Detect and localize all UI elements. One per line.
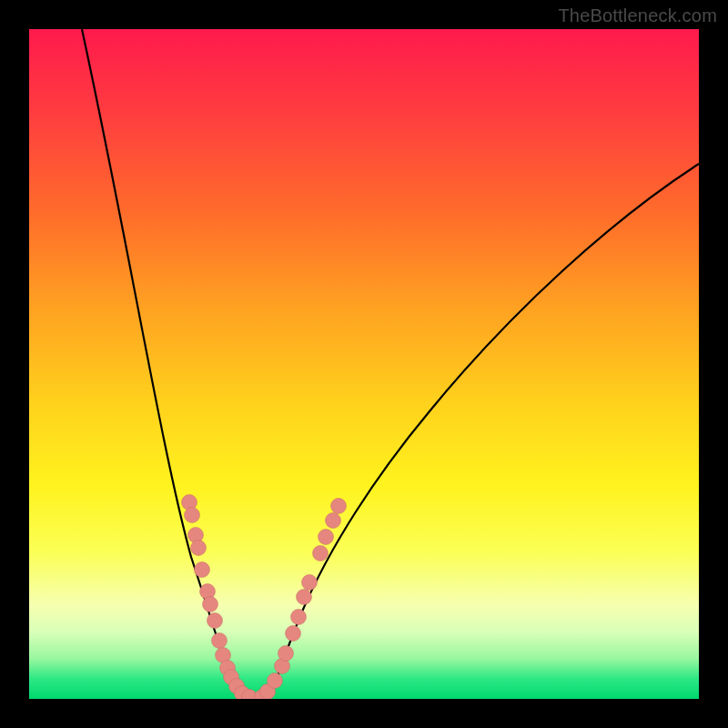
data-dot	[326, 513, 341, 529]
data-dot	[278, 646, 294, 662]
dots-left-group	[182, 495, 258, 700]
data-dot	[268, 673, 283, 689]
data-dot	[207, 613, 223, 629]
data-dot	[203, 597, 218, 612]
data-dot	[286, 626, 301, 642]
dots-right-group	[255, 499, 347, 700]
watermark-text: TheBottleneck.com	[558, 5, 717, 26]
chart-frame: TheBottleneck.com	[0, 0, 728, 728]
data-dot	[331, 499, 347, 514]
left-curve	[82, 29, 253, 699]
curve-layer	[29, 29, 699, 699]
data-dot	[297, 590, 312, 605]
data-dot	[313, 546, 329, 561]
data-dot	[291, 610, 307, 625]
data-dot	[195, 562, 210, 578]
plot-area	[29, 29, 699, 699]
data-dot	[185, 508, 200, 523]
data-dot	[318, 530, 334, 545]
data-dot	[302, 575, 318, 591]
data-dot	[212, 633, 228, 649]
right-curve	[253, 164, 699, 699]
data-dot	[191, 541, 207, 556]
